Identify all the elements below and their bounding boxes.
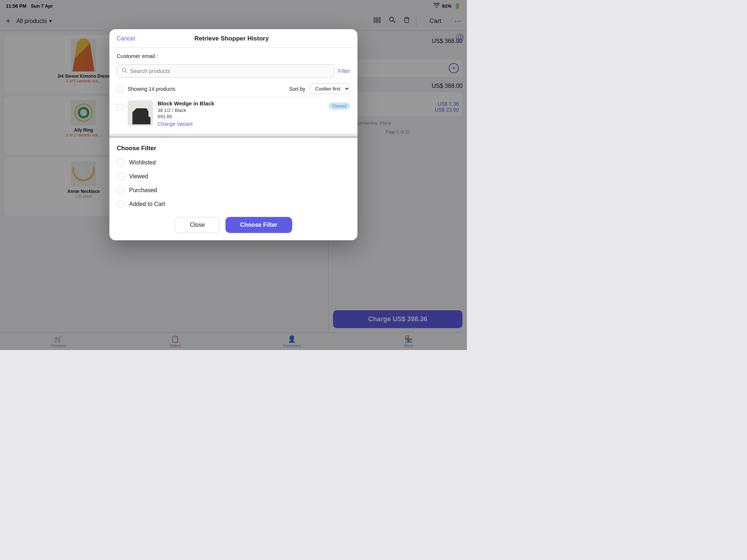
filter-option-wishlisted[interactable]: Wishlisted [117, 159, 350, 167]
modal-title: Retrieve Shopper History [194, 35, 269, 42]
search-icon [121, 67, 127, 74]
showing-count: Showing 14 products [128, 86, 175, 92]
filter-option-added-to-cart[interactable]: Added to Cart [117, 200, 350, 208]
customer-email-label: Customer email : [109, 48, 357, 62]
product-variant: 38 1/2 / Black [158, 108, 324, 113]
cancel-button[interactable]: Cancel [117, 35, 135, 42]
change-variant-button[interactable]: Change Variant [158, 121, 193, 127]
modal-separator [109, 134, 357, 137]
product-thumbnail [128, 100, 153, 126]
product-list-item: Block Wedge in Black 38 1/2 / Black 691.… [109, 96, 357, 131]
product-name: Block Wedge in Black [158, 100, 324, 106]
filter-button[interactable]: Filter [338, 68, 350, 74]
choose-filter-button[interactable]: Choose Filter [225, 217, 292, 233]
search-input[interactable] [130, 68, 330, 74]
filter-label-purchased: Purchased [129, 187, 157, 194]
radio-added-to-cart[interactable] [117, 200, 125, 208]
sort-label: Sort by [289, 86, 305, 92]
filter-option-purchased[interactable]: Purchased [117, 186, 350, 194]
close-button[interactable]: Close [175, 217, 220, 233]
search-row: Filter [109, 62, 357, 81]
viewed-badge: Viewed [329, 102, 350, 110]
radio-wishlisted[interactable] [117, 159, 125, 167]
search-box[interactable] [117, 64, 334, 78]
radio-viewed[interactable] [117, 172, 125, 180]
filter-actions: Close Choose Filter [117, 217, 350, 233]
product-price: 691.60 [158, 114, 324, 119]
radio-purchased[interactable] [117, 186, 125, 194]
filter-label-viewed: Viewed [129, 173, 148, 180]
select-all-checkbox[interactable] [117, 86, 123, 92]
sort-select[interactable]: Costlier first [310, 83, 350, 94]
filter-section: Choose Filter Wishlisted Viewed Purchase… [109, 137, 357, 240]
modal-header: Cancel Retrieve Shopper History [109, 29, 357, 48]
filter-label-wishlisted: Wishlisted [129, 159, 156, 166]
showing-row: Showing 14 products Sort by Costlier fir… [109, 81, 357, 96]
modal-top-section: Cancel Retrieve Shopper History Customer… [109, 29, 357, 134]
product-info: Block Wedge in Black 38 1/2 / Black 691.… [158, 100, 324, 127]
filter-label-added-to-cart: Added to Cart [129, 201, 165, 207]
filter-option-viewed[interactable]: Viewed [117, 172, 350, 180]
filter-options: Wishlisted Viewed Purchased Added to Car… [117, 159, 350, 208]
filter-title: Choose Filter [117, 145, 350, 152]
svg-line-12 [125, 71, 127, 73]
modal: Cancel Retrieve Shopper History Customer… [109, 29, 357, 240]
item-checkbox[interactable] [117, 104, 123, 110]
